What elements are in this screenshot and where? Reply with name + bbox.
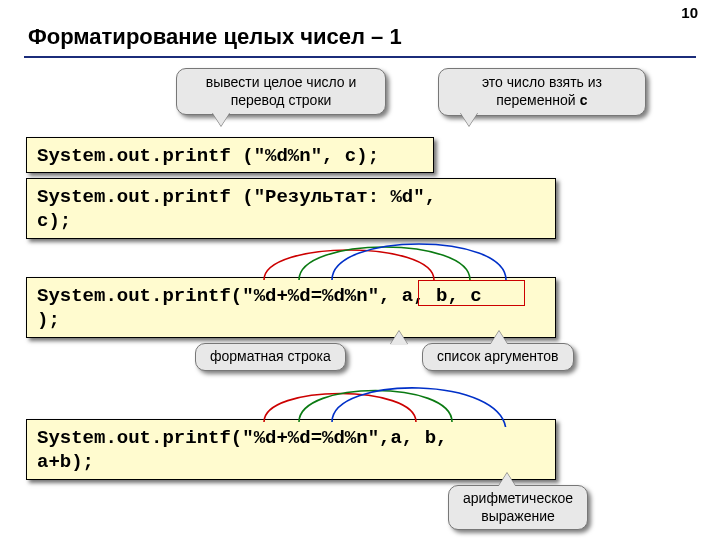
code-block-3: System.out.printf("%d+%d=%d%n", a, b, c … — [26, 277, 556, 338]
page-title: Форматирование целых чисел – 1 — [28, 24, 402, 50]
code-block-1: System.out.printf ("%d%n", c); — [26, 137, 434, 173]
callout-from-variable-c: это число взять из переменной c — [438, 68, 646, 116]
callout-line1: это число взять из — [482, 74, 602, 90]
callout-tail — [212, 112, 230, 126]
callout-text: арифметическое выражение — [463, 490, 573, 524]
callout-tail — [490, 331, 508, 345]
code-block-2: System.out.printf ("Результат: %d", c); — [26, 178, 556, 239]
callout-text: форматная строка — [210, 348, 331, 364]
callout-tail — [498, 473, 516, 487]
callout-output-int-newline: вывести целое число и перевод строки — [176, 68, 386, 115]
callout-mono-c: c — [579, 93, 587, 109]
title-rule — [24, 56, 696, 58]
callout-tail — [460, 112, 478, 126]
callout-argument-list: список аргументов — [422, 343, 574, 371]
callout-arithmetic-expression: арифметическое выражение — [448, 485, 588, 530]
page-number: 10 — [681, 4, 698, 21]
callout-format-string: форматная строка — [195, 343, 346, 371]
callout-text: вывести целое число и перевод строки — [206, 74, 357, 108]
callout-text: список аргументов — [437, 348, 559, 364]
code-block-4: System.out.printf("%d+%d=%d%n",a, b, a+b… — [26, 419, 556, 480]
callout-line2a: переменной — [496, 92, 579, 108]
callout-tail — [390, 331, 408, 345]
